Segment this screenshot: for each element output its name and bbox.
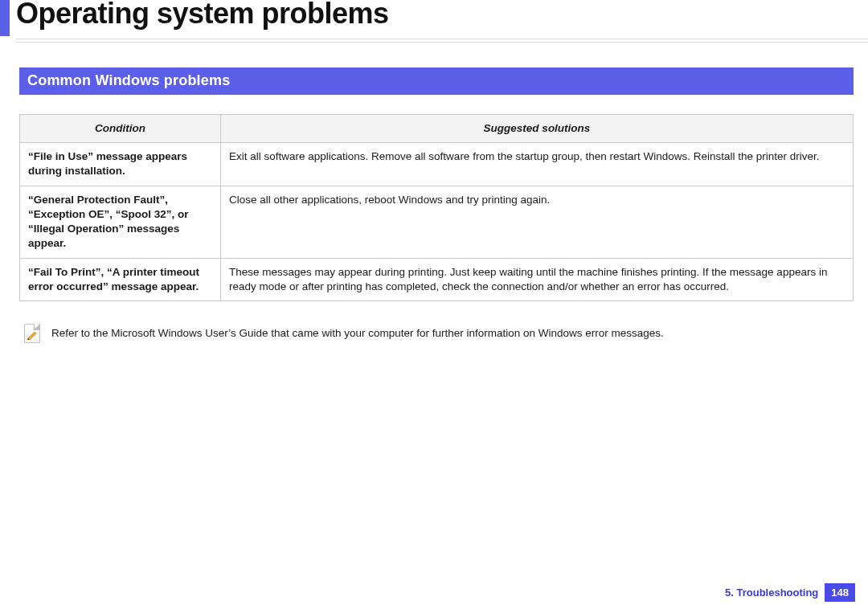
page-root: Operating system problems Common Windows…: [0, 0, 868, 613]
table-row: “File in Use” message appears during ins…: [20, 143, 854, 186]
note-block: Refer to the Microsoft Windows User’s Gu…: [19, 324, 854, 343]
footer-chapter: 5. Troubleshooting: [725, 586, 818, 599]
cell-solution: These messages may appear during printin…: [221, 258, 854, 300]
note-text: Refer to the Microsoft Windows User’s Gu…: [51, 324, 664, 341]
table-row: “Fail To Print”, “A printer timeout erro…: [20, 258, 854, 300]
content-area: Common Windows problems Condition Sugges…: [0, 42, 868, 343]
cell-condition: “General Protection Fault”, “Exception O…: [20, 186, 221, 258]
section-header: Common Windows problems: [19, 67, 854, 95]
title-area: Operating system problems: [0, 0, 868, 42]
title-rule: [16, 39, 868, 43]
solutions-table: Condition Suggested solutions “File in U…: [19, 114, 854, 301]
col-header-solution: Suggested solutions: [221, 115, 854, 143]
page-footer: 5. Troubleshooting 148: [725, 583, 855, 602]
table-row: “General Protection Fault”, “Exception O…: [20, 186, 854, 258]
cell-condition: “File in Use” message appears during ins…: [20, 143, 221, 186]
cell-solution: Exit all software applications. Remove a…: [221, 143, 854, 186]
col-header-condition: Condition: [20, 115, 221, 143]
table-header-row: Condition Suggested solutions: [20, 115, 854, 143]
title-accent-bar: [0, 0, 10, 36]
cell-solution: Close all other applications, reboot Win…: [221, 186, 854, 258]
solutions-table-wrap: Condition Suggested solutions “File in U…: [19, 114, 854, 301]
page-title: Operating system problems: [16, 0, 389, 31]
note-icon: [24, 324, 40, 343]
cell-condition: “Fail To Print”, “A printer timeout erro…: [20, 258, 221, 300]
footer-page-number: 148: [825, 583, 855, 602]
